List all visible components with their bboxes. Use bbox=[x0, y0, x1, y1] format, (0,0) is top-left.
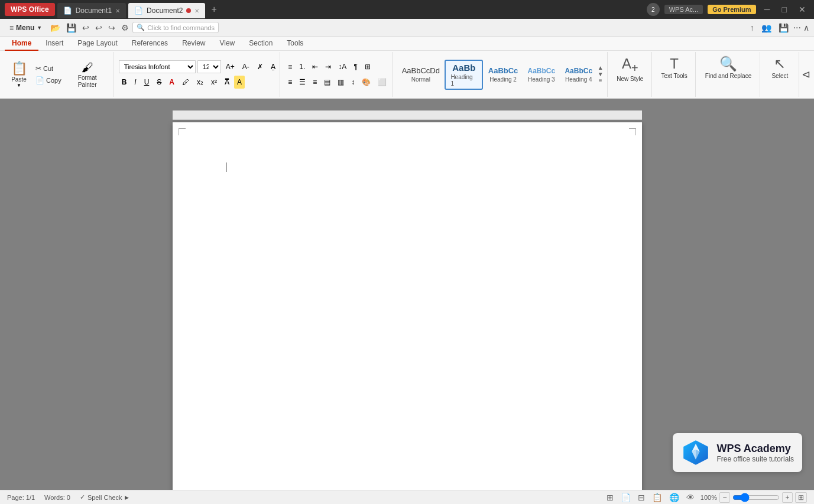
font-size-select[interactable]: 12 bbox=[197, 60, 221, 73]
style-normal-label: Normal bbox=[411, 76, 430, 83]
expand-ribbon-button[interactable]: ∧ bbox=[803, 23, 809, 32]
view-focus-button[interactable]: 👁 bbox=[685, 493, 696, 502]
paste-button[interactable]: 📋 Paste ▼ bbox=[6, 58, 32, 90]
undo-arrow-button[interactable]: ↩ bbox=[93, 22, 105, 34]
style-heading1[interactable]: AaBb Heading 1 bbox=[445, 60, 483, 90]
tab-references[interactable]: References bbox=[125, 37, 175, 51]
char-shading-button[interactable]: A bbox=[234, 76, 245, 89]
new-tab-button[interactable]: + bbox=[207, 4, 220, 15]
search-command-box[interactable]: 🔍 Click to find commands bbox=[132, 22, 219, 33]
maximize-button[interactable]: □ bbox=[779, 5, 790, 14]
doc2-close[interactable]: ✕ bbox=[194, 8, 199, 14]
collaborate-button[interactable]: 👥 bbox=[759, 22, 774, 34]
menu-bar: ≡ Menu ▼ 📂 💾 ↩ ↩ ↪ ⚙ 🔍 Click to find com… bbox=[0, 19, 814, 37]
redo-button[interactable]: ↪ bbox=[106, 22, 118, 34]
show-grid-button[interactable]: ⊞ bbox=[362, 60, 374, 73]
customize-button[interactable]: ⚙ bbox=[119, 22, 131, 34]
font-size-decrease-button[interactable]: A- bbox=[239, 60, 252, 73]
font-name-select[interactable]: Tiresias Infofont bbox=[119, 60, 196, 73]
doc1-tab[interactable]: 📄 Document1 ✕ bbox=[57, 3, 126, 18]
align-left-button[interactable]: ≡ bbox=[285, 76, 295, 89]
text-effects-button[interactable]: A̤ bbox=[268, 60, 278, 73]
spell-check[interactable]: ✓ Spell Check ▶ bbox=[80, 493, 129, 501]
style-heading2[interactable]: AaBbCc Heading 2 bbox=[484, 64, 523, 84]
doc2-tab[interactable]: 📄 Document2 ✕ bbox=[128, 3, 205, 18]
bold-button[interactable]: B bbox=[119, 76, 130, 89]
char-border-button[interactable]: A̿ bbox=[222, 76, 232, 89]
zoom-in-button[interactable]: + bbox=[782, 492, 793, 503]
border-button[interactable]: ⬜ bbox=[375, 76, 390, 89]
tab-home[interactable]: Home bbox=[5, 37, 38, 51]
view-web-button[interactable]: 🌐 bbox=[668, 493, 680, 502]
doc1-close[interactable]: ✕ bbox=[115, 8, 120, 14]
title-bar-left: WPS Office 📄 Document1 ✕ 📄 Document2 ✕ + bbox=[5, 1, 220, 18]
show-para-button[interactable]: ¶ bbox=[351, 60, 360, 73]
style-heading4[interactable]: AaBbCc Heading 4 bbox=[560, 65, 597, 84]
view-outline-button[interactable]: 📋 bbox=[651, 493, 663, 502]
more-options-button[interactable]: ··· bbox=[793, 22, 801, 33]
side-panel-toggle[interactable]: ⊲ bbox=[800, 67, 812, 82]
sort-button[interactable]: ↕A bbox=[335, 60, 349, 73]
view-split-button[interactable]: ⊟ bbox=[637, 493, 646, 502]
account-button[interactable]: WPS Ac... bbox=[664, 5, 703, 14]
share-button[interactable]: ↑ bbox=[748, 22, 757, 34]
italic-button[interactable]: I bbox=[131, 76, 139, 89]
indent-increase-button[interactable]: ⇥ bbox=[322, 60, 334, 73]
superscript-button[interactable]: x² bbox=[208, 76, 220, 89]
shading-button[interactable]: 🎨 bbox=[359, 76, 374, 89]
clear-format-button[interactable]: ✗ bbox=[254, 60, 266, 73]
style-h4-preview: AaBbCc bbox=[565, 67, 592, 75]
wps-office-button[interactable]: WPS Office bbox=[5, 3, 55, 16]
styles-expand[interactable]: ≡ bbox=[598, 78, 604, 84]
indent-decrease-button[interactable]: ⇤ bbox=[309, 60, 321, 73]
font-color-button[interactable]: A bbox=[166, 76, 177, 89]
close-button[interactable]: ✕ bbox=[795, 5, 809, 14]
highlight-button[interactable]: 🖊 bbox=[179, 76, 192, 89]
view-normal-button[interactable]: ⊞ bbox=[605, 493, 615, 502]
tab-insert[interactable]: Insert bbox=[38, 37, 70, 51]
select-group: ↖ Select bbox=[761, 52, 799, 97]
zoom-slider[interactable] bbox=[732, 493, 780, 502]
style-heading3[interactable]: AaBbCc Heading 3 bbox=[523, 65, 560, 84]
styles-scroll-down[interactable]: ▼ bbox=[598, 71, 604, 77]
justify-button[interactable]: ▤ bbox=[321, 76, 333, 89]
subscript-button[interactable]: x₂ bbox=[194, 76, 206, 89]
font-size-increase-button[interactable]: A+ bbox=[223, 60, 238, 73]
tab-section[interactable]: Section bbox=[242, 37, 280, 51]
tab-page-layout[interactable]: Page Layout bbox=[70, 37, 124, 51]
save-button[interactable]: 💾 bbox=[64, 22, 79, 34]
ruler bbox=[173, 110, 642, 120]
select-button[interactable]: ↖ Select bbox=[764, 53, 795, 82]
spell-check-arrow: ▶ bbox=[125, 495, 129, 500]
document-page[interactable] bbox=[173, 122, 642, 490]
styles-scroll-up[interactable]: ▲ bbox=[598, 65, 604, 71]
zoom-fit-button[interactable]: ⊞ bbox=[795, 492, 807, 503]
distributed-button[interactable]: ▥ bbox=[335, 76, 347, 89]
tab-review[interactable]: Review bbox=[175, 37, 212, 51]
tab-view[interactable]: View bbox=[212, 37, 242, 51]
copy-button[interactable]: 📄 Copy bbox=[33, 75, 64, 86]
style-normal[interactable]: AaBbCcDd Normal bbox=[397, 64, 444, 84]
zoom-out-button[interactable]: − bbox=[719, 492, 730, 503]
find-replace-button[interactable]: 🔍 Find and Replace bbox=[701, 53, 756, 82]
view-read-button[interactable]: 📄 bbox=[620, 493, 632, 502]
menu-toggle[interactable]: ≡ Menu ▼ bbox=[5, 22, 47, 34]
underline-button[interactable]: U bbox=[141, 76, 153, 89]
premium-button[interactable]: Go Premium bbox=[708, 5, 755, 14]
align-center-button[interactable]: ☰ bbox=[296, 76, 309, 89]
align-right-button[interactable]: ≡ bbox=[310, 76, 320, 89]
save-to-button[interactable]: 💾 bbox=[776, 22, 791, 34]
text-tools-button[interactable]: T Text Tools bbox=[656, 53, 692, 82]
document-area[interactable]: WPS Academy Free office suite tutorials bbox=[0, 99, 814, 490]
format-painter-button[interactable]: 🖌 Format Painter bbox=[65, 58, 110, 91]
cut-button[interactable]: ✂ Cut bbox=[33, 63, 64, 74]
line-spacing-button[interactable]: ↕ bbox=[348, 76, 358, 89]
minimize-button[interactable]: ─ bbox=[761, 5, 774, 14]
new-style-button[interactable]: A+ New Style bbox=[612, 53, 648, 85]
numbering-button[interactable]: 1. bbox=[296, 60, 308, 73]
tab-tools[interactable]: Tools bbox=[280, 37, 310, 51]
strikethrough-button[interactable]: S bbox=[154, 76, 164, 89]
bullets-button[interactable]: ≡ bbox=[285, 60, 295, 73]
open-button[interactable]: 📂 bbox=[48, 22, 63, 34]
undo-button[interactable]: ↩ bbox=[80, 22, 92, 34]
